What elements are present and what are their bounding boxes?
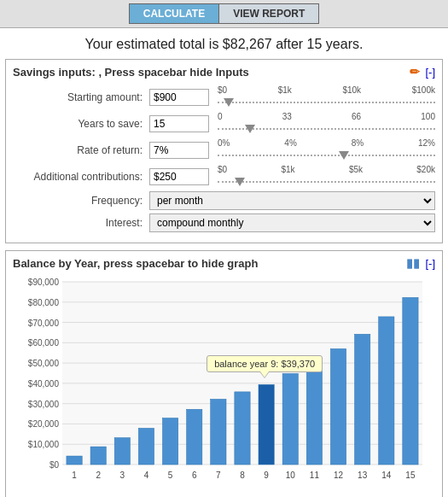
slider-scale-label: 12% xyxy=(418,138,435,148)
inputs-header-label: Savings inputs: , Press spacebar hide In… xyxy=(13,66,249,79)
slider-thumb-0[interactable] xyxy=(224,98,234,107)
slider-track-1[interactable] xyxy=(218,123,435,135)
svg-text:13: 13 xyxy=(358,471,368,480)
svg-rect-37 xyxy=(259,384,274,465)
slider-scale-label: 0% xyxy=(218,138,230,148)
chart-header: Balance by Year, press spacebar to hide … xyxy=(13,256,435,270)
svg-rect-21 xyxy=(67,456,82,465)
slider-line-3 xyxy=(218,181,435,183)
slider-input-1[interactable] xyxy=(149,115,209,132)
chart-section: Balance by Year, press spacebar to hide … xyxy=(5,250,443,497)
svg-text:5: 5 xyxy=(168,471,173,480)
svg-rect-39 xyxy=(282,373,298,465)
svg-rect-23 xyxy=(90,447,106,465)
slider-scale-label: $5k xyxy=(349,165,363,174)
slider-label-0: Starting amount: xyxy=(13,91,149,103)
slider-label-2: Rate of return: xyxy=(13,144,149,156)
svg-rect-47 xyxy=(379,317,394,465)
svg-text:1: 1 xyxy=(72,471,77,480)
slider-scale-label: $1k xyxy=(281,165,294,174)
inputs-collapse-button[interactable]: [-] xyxy=(425,66,435,79)
svg-text:4: 4 xyxy=(144,471,149,480)
svg-rect-33 xyxy=(211,399,226,465)
dropdown-label-1: Interest: xyxy=(13,217,149,229)
slider-scale-label: 33 xyxy=(282,112,292,121)
svg-text:3: 3 xyxy=(120,471,125,480)
slider-area-3: $0$1k$5k$20k xyxy=(218,165,435,188)
svg-text:$70,000: $70,000 xyxy=(28,319,60,328)
svg-rect-31 xyxy=(187,409,202,465)
dropdown-row-1: Interest:compound monthlycompound annual… xyxy=(13,213,435,232)
svg-rect-25 xyxy=(114,438,130,465)
svg-text:$80,000: $80,000 xyxy=(28,298,60,307)
svg-text:$20,000: $20,000 xyxy=(28,419,60,429)
slider-track-0[interactable] xyxy=(218,96,435,108)
svg-text:6: 6 xyxy=(192,471,197,480)
slider-scale-label: 8% xyxy=(352,138,364,148)
slider-scale-label: 100 xyxy=(421,112,435,121)
slider-row-3: Additional contributions:$0$1k$5k$20k xyxy=(13,165,435,188)
chart-container: $90,000$80,000$70,000$60,000$50,000$40,0… xyxy=(13,275,435,491)
slider-input-2[interactable] xyxy=(149,142,209,159)
svg-text:$30,000: $30,000 xyxy=(28,400,60,409)
slider-thumb-3[interactable] xyxy=(235,178,245,186)
svg-rect-27 xyxy=(138,428,154,465)
dropdown-label-0: Frequency: xyxy=(13,195,149,207)
svg-rect-29 xyxy=(162,418,177,465)
inputs-header-right: ✏ [-] xyxy=(410,65,435,79)
slider-track-2[interactable] xyxy=(218,149,435,161)
dropdown-rows-container: Frequency:per monthper yearper weekInter… xyxy=(13,191,435,232)
svg-rect-35 xyxy=(235,392,250,465)
calculate-button[interactable]: CALCULATE xyxy=(129,3,218,24)
slider-scale-label: $1k xyxy=(278,85,292,95)
slider-thumb-1[interactable] xyxy=(245,125,255,133)
inputs-header: Savings inputs: , Press spacebar hide In… xyxy=(13,65,435,79)
slider-line-2 xyxy=(218,155,435,156)
svg-text:9: 9 xyxy=(264,471,269,480)
svg-text:$40,000: $40,000 xyxy=(28,379,60,389)
slider-scale-label: 66 xyxy=(352,112,361,121)
dropdown-select-0[interactable]: per monthper yearper week xyxy=(149,191,435,210)
slider-scale-label: $10k xyxy=(342,85,361,95)
dropdown-select-1[interactable]: compound monthlycompound annuallysimple xyxy=(149,213,435,232)
slider-scale-0: $0$1k$10k$100k xyxy=(218,85,435,95)
slider-area-1: 03366100 xyxy=(218,112,435,135)
slider-input-3[interactable] xyxy=(149,168,209,185)
slider-track-3[interactable] xyxy=(218,176,435,188)
slider-scale-label: $0 xyxy=(218,165,227,174)
slider-row-0: Starting amount:$0$1k$10k$100k xyxy=(13,85,435,108)
svg-text:10: 10 xyxy=(286,471,296,480)
svg-text:2: 2 xyxy=(96,471,101,480)
slider-scale-3: $0$1k$5k$20k xyxy=(218,165,435,174)
dropdown-row-0: Frequency:per monthper yearper week xyxy=(13,191,435,210)
slider-scale-label: $100k xyxy=(412,85,435,95)
svg-text:7: 7 xyxy=(216,471,221,480)
slider-thumb-2[interactable] xyxy=(339,151,349,160)
slider-input-0[interactable] xyxy=(149,89,209,106)
slider-label-1: Years to save: xyxy=(13,118,149,130)
view-report-button[interactable]: VIEW REPORT xyxy=(218,3,319,24)
chart-collapse-button[interactable]: [-] xyxy=(425,257,435,270)
svg-rect-45 xyxy=(355,334,370,465)
svg-rect-49 xyxy=(403,297,418,465)
svg-text:11: 11 xyxy=(310,471,320,480)
svg-text:8: 8 xyxy=(240,471,245,480)
slider-area-2: 0%4%8%12% xyxy=(218,138,435,161)
slider-scale-label: $0 xyxy=(218,85,227,95)
summary-text: Your estimated total is $82,267 after 15… xyxy=(0,28,448,59)
toolbar: CALCULATE VIEW REPORT xyxy=(0,0,448,28)
slider-scale-label: $20k xyxy=(416,165,435,174)
svg-text:$10,000: $10,000 xyxy=(28,440,60,449)
svg-rect-41 xyxy=(306,363,322,465)
slider-row-1: Years to save:03366100 xyxy=(13,112,435,135)
svg-text:$60,000: $60,000 xyxy=(28,338,60,348)
edit-icon[interactable]: ✏ xyxy=(410,65,420,79)
svg-text:$0: $0 xyxy=(49,460,60,470)
svg-text:12: 12 xyxy=(334,471,344,480)
slider-row-2: Rate of return:0%4%8%12% xyxy=(13,138,435,161)
slider-scale-label: 0 xyxy=(218,112,223,121)
slider-scale-2: 0%4%8%12% xyxy=(218,138,435,148)
slider-line-0 xyxy=(218,102,435,103)
chart-header-label: Balance by Year, press spacebar to hide … xyxy=(13,257,258,270)
chart-header-right: ▮▮ [-] xyxy=(406,256,435,270)
